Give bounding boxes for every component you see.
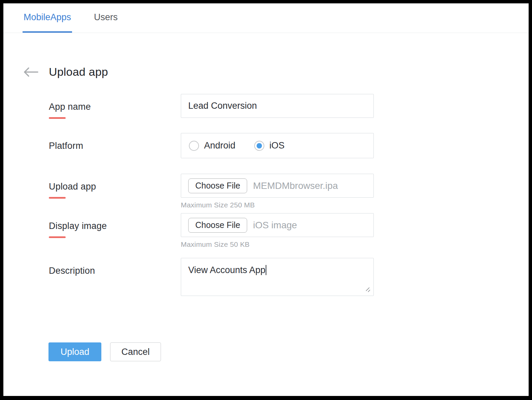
display-image-row: Display image Choose File iOS image Maxi… xyxy=(49,213,529,248)
app-name-label: App name xyxy=(49,102,181,112)
platform-radio-group: Android iOS xyxy=(181,133,374,158)
choose-file-button-image[interactable]: Choose File xyxy=(188,218,247,233)
display-image-label: Display image xyxy=(49,221,181,231)
platform-label-col: Platform xyxy=(49,133,181,158)
text-caret-icon xyxy=(266,265,266,275)
page-header: Upload app xyxy=(23,65,529,78)
upload-app-form: App name Platform Android xyxy=(23,94,529,296)
tab-mobileapps[interactable]: MobileApps xyxy=(23,3,72,33)
app-name-input[interactable] xyxy=(181,94,374,118)
tab-bar: MobileApps Users xyxy=(3,3,529,33)
resize-handle-icon[interactable] xyxy=(365,287,371,293)
required-underline xyxy=(49,197,66,199)
main-content: Upload app App name Platform xyxy=(3,65,529,361)
description-label: Description xyxy=(49,266,181,276)
app-name-label-col: App name xyxy=(49,94,181,119)
required-underline xyxy=(49,117,66,119)
display-image-label-col: Display image xyxy=(49,213,181,248)
app-name-row: App name xyxy=(49,94,529,119)
platform-row: Platform Android iOS xyxy=(49,133,529,158)
upload-app-label: Upload app xyxy=(49,181,181,192)
required-underline xyxy=(49,236,66,238)
upload-app-file-name: MEMDMbrowser.ipa xyxy=(253,180,338,191)
description-text: View Accounts App xyxy=(188,265,265,275)
radio-ios-label: iOS xyxy=(269,140,285,151)
tab-mobileapps-label: MobileApps xyxy=(24,12,71,23)
upload-button[interactable]: Upload xyxy=(48,342,101,361)
radio-android-label: Android xyxy=(204,140,235,151)
radio-button-icon xyxy=(254,141,264,151)
choose-file-button-app[interactable]: Choose File xyxy=(188,178,247,193)
display-image-file-name: iOS image xyxy=(253,220,297,231)
app-window: MobileApps Users Upload app App name xyxy=(3,3,529,396)
cancel-button[interactable]: Cancel xyxy=(110,342,161,361)
form-actions: Upload Cancel xyxy=(23,342,529,361)
tab-users[interactable]: Users xyxy=(93,3,119,33)
description-textarea[interactable]: View Accounts App xyxy=(181,258,374,296)
tab-users-label: Users xyxy=(94,12,118,23)
display-image-max-size-hint: Maximum Size 50 KB xyxy=(181,240,374,248)
page-title: Upload app xyxy=(49,65,108,78)
back-arrow-icon[interactable] xyxy=(23,67,38,77)
radio-android[interactable]: Android xyxy=(189,140,235,151)
description-row: Description View Accounts App xyxy=(49,258,529,296)
upload-app-max-size-hint: Maximum Size 250 MB xyxy=(181,201,374,209)
radio-button-icon xyxy=(189,141,199,151)
description-label-col: Description xyxy=(49,258,181,296)
upload-app-row: Upload app Choose File MEMDMbrowser.ipa … xyxy=(49,174,529,209)
display-image-file-input[interactable]: Choose File iOS image xyxy=(181,213,374,237)
platform-label: Platform xyxy=(49,141,181,151)
upload-app-file-input[interactable]: Choose File MEMDMbrowser.ipa xyxy=(181,174,374,198)
radio-ios[interactable]: iOS xyxy=(254,140,285,151)
upload-app-label-col: Upload app xyxy=(49,174,181,209)
